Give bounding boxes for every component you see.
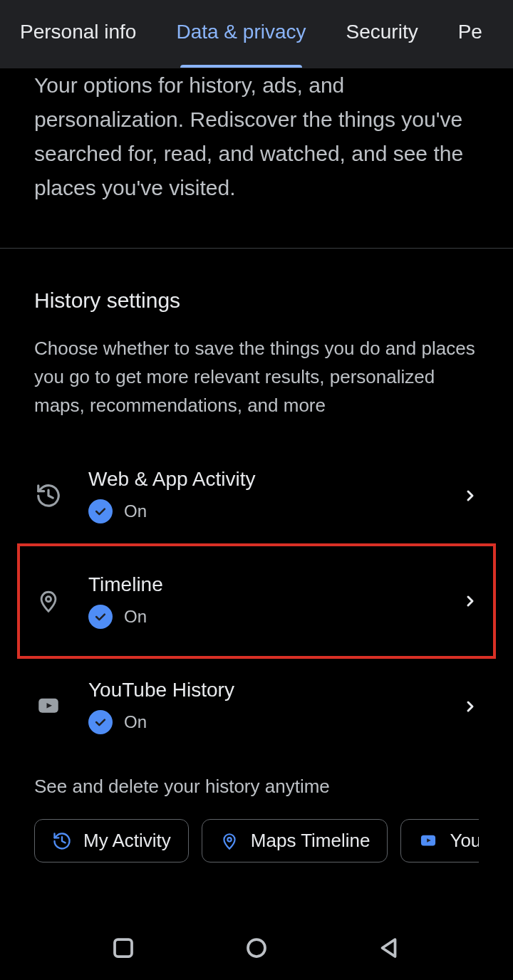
chip-label: You xyxy=(450,830,479,852)
check-icon xyxy=(88,710,113,734)
status-text: On xyxy=(124,501,147,521)
history-section: History settings Choose whether to save … xyxy=(0,249,513,891)
tab-security[interactable]: Security xyxy=(346,21,418,48)
tab-personal-info[interactable]: Personal info xyxy=(20,21,136,48)
history-description: Choose whether to save the things you do… xyxy=(34,334,479,419)
chevron-right-icon xyxy=(462,593,479,610)
chip-my-activity[interactable]: My Activity xyxy=(34,819,189,862)
row-youtube-history[interactable]: YouTube History On xyxy=(34,659,479,754)
location-pin-icon xyxy=(34,587,63,615)
check-icon xyxy=(88,605,113,629)
youtube-icon xyxy=(34,692,63,721)
location-pin-icon xyxy=(219,831,239,851)
chip-row: My Activity Maps Timeline xyxy=(34,819,479,862)
nav-back-icon[interactable] xyxy=(377,935,403,961)
check-icon xyxy=(88,499,113,523)
tab-bar: Personal info Data & privacy Security Pe xyxy=(0,0,513,68)
svg-point-3 xyxy=(227,838,231,841)
history-subtext: See and delete your history anytime xyxy=(34,776,479,798)
chevron-right-icon xyxy=(462,487,479,504)
svg-marker-8 xyxy=(382,939,395,956)
chip-youtube[interactable]: You xyxy=(400,819,479,862)
history-heading: History settings xyxy=(34,288,479,313)
row-title: Timeline xyxy=(88,573,436,596)
status-text: On xyxy=(124,712,147,732)
tab-data-privacy[interactable]: Data & privacy xyxy=(176,21,306,48)
history-clock-icon xyxy=(52,831,72,851)
svg-rect-6 xyxy=(115,939,132,956)
chevron-right-icon xyxy=(462,698,479,715)
history-clock-icon xyxy=(34,481,63,510)
chip-label: Maps Timeline xyxy=(251,830,370,852)
row-title: Web & App Activity xyxy=(88,468,436,491)
android-navbar xyxy=(0,916,513,980)
tab-people[interactable]: Pe xyxy=(458,21,482,48)
status-text: On xyxy=(124,607,147,627)
row-web-app-activity[interactable]: Web & App Activity On xyxy=(34,448,479,543)
intro-text: Your options for history, ads, and perso… xyxy=(0,68,513,248)
row-timeline[interactable]: Timeline On xyxy=(17,543,496,659)
nav-home-icon[interactable] xyxy=(244,935,269,961)
chip-maps-timeline[interactable]: Maps Timeline xyxy=(202,819,388,862)
youtube-icon xyxy=(418,831,438,851)
svg-point-7 xyxy=(248,939,265,956)
nav-recent-icon[interactable] xyxy=(110,935,136,961)
svg-point-0 xyxy=(46,597,51,602)
chip-label: My Activity xyxy=(83,830,171,852)
row-title: YouTube History xyxy=(88,679,436,702)
